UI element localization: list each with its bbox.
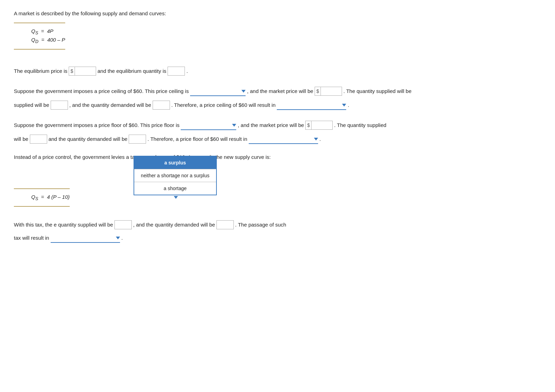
floor-section: Suppose the government imposes a price f…	[14, 120, 541, 144]
floor-text1: Suppose the government imposes a price f…	[14, 120, 179, 130]
tax-supplied-input[interactable]	[114, 220, 132, 229]
floor-dropdown1-arrow	[232, 124, 236, 127]
floor-dropdown1-wrapper	[181, 120, 236, 130]
floor-period: .	[319, 134, 321, 144]
eq-period: .	[186, 66, 188, 76]
tax-result-dropdown-wrapper	[51, 233, 120, 243]
dd-option-neither[interactable]: neither a shortage nor a surplus	[134, 169, 216, 182]
floor-text2: , and the market price will be	[238, 120, 304, 130]
tax-eq-var: QS = 4 (P – 10)	[31, 194, 70, 200]
tax-intro-text: Instead of a price control, the governme…	[14, 154, 541, 160]
floor-will-be: will be	[14, 134, 28, 144]
tax-text1: With this tax, the	[14, 220, 52, 230]
tax-text3: , and the quantity demanded will be	[133, 220, 215, 230]
ceiling-dropdown2-wrapper	[277, 100, 346, 110]
dd-option-shortage[interactable]: a shortage	[134, 182, 216, 195]
open-dropdown-arrow	[174, 196, 178, 199]
floor-row2: will be and the quantity demanded will b…	[14, 134, 541, 144]
price-input-wrapper: $	[69, 67, 96, 76]
tax-text5: tax will result in	[14, 233, 49, 243]
eq-text2: and the equilibrium quantity is	[97, 66, 166, 76]
ceiling-price-prefix: $	[315, 87, 321, 95]
intro-text: A market is described by the following s…	[14, 10, 541, 16]
floor-row1: Suppose the government imposes a price f…	[14, 120, 541, 130]
floor-demanded-input[interactable]	[129, 135, 146, 144]
floor-text3: . The quantity supplied	[334, 120, 386, 130]
floor-dropdown2-arrow	[314, 138, 318, 140]
ceiling-price-input[interactable]	[321, 87, 342, 95]
tax-intro-section: Instead of a price control, the governme…	[14, 154, 541, 160]
floor-text6: . Therefore, a price floor of $60 will r…	[147, 134, 247, 144]
equilibrium-section: The equilibrium price is $ and the equil…	[14, 66, 541, 76]
tax-text2: e quantity supplied will be	[54, 220, 113, 230]
floor-dropdown1[interactable]	[181, 121, 236, 130]
ceiling-demanded-input[interactable]	[153, 101, 170, 110]
eq1-var: QS = 4P	[31, 28, 53, 34]
floor-supplied-input[interactable]	[30, 135, 47, 144]
open-dropdown-container: a surplus neither a shortage nor a surpl…	[134, 156, 217, 199]
equation-1: QS = 4P	[31, 28, 65, 35]
tax-equation-block: QS = 4 (P – 10)	[14, 188, 70, 207]
eq2-var: QD = 400 – P	[31, 37, 65, 43]
dd-option-surplus[interactable]: a surplus	[134, 156, 216, 169]
ceiling-text6: . Therefore, a price ceiling of $60 will…	[171, 100, 276, 110]
tax-period: .	[121, 233, 123, 243]
eq-text1: The equilibrium price is	[14, 66, 67, 76]
tax-demanded-input[interactable]	[216, 220, 234, 229]
ceiling-supplied-input[interactable]	[51, 101, 68, 110]
equation-2: QD = 400 – P	[31, 37, 65, 44]
open-dropdown: a surplus neither a shortage nor a surpl…	[134, 156, 217, 195]
floor-price-prefix: $	[306, 121, 311, 129]
ceiling-text5: , and the quantity demanded will be	[69, 100, 151, 110]
equilibrium-row: The equilibrium price is $ and the equil…	[14, 66, 541, 76]
equilibrium-qty-input[interactable]	[168, 67, 185, 76]
ceiling-price-wrapper: $	[315, 87, 342, 96]
ceiling-text2: , and the market price will be	[247, 86, 313, 96]
tax-row2: tax will result in .	[14, 233, 541, 243]
equilibrium-price-input[interactable]	[75, 67, 96, 75]
tax-result-dropdown-arrow	[116, 237, 120, 239]
tax-result-section: With this tax, the e quantity supplied w…	[14, 220, 541, 243]
floor-dropdown2[interactable]	[249, 135, 318, 144]
floor-text5: and the quantity demanded will be	[49, 134, 128, 144]
ceiling-supplied-label: supplied will be	[14, 100, 49, 110]
tax-equation: QS = 4 (P – 10)	[31, 194, 70, 201]
ceiling-dropdown1[interactable]	[190, 87, 246, 96]
price-prefix: $	[69, 67, 75, 75]
ceiling-text4: supplied will be	[376, 86, 412, 96]
tax-text4: . The passage of such	[235, 220, 286, 230]
equations-block: QS = 4P QD = 400 – P	[14, 23, 65, 50]
ceiling-dropdown1-arrow	[241, 90, 246, 93]
tax-row1: With this tax, the e quantity supplied w…	[14, 220, 541, 230]
tax-result-dropdown[interactable]	[51, 234, 120, 243]
ceiling-row1: Suppose the government imposes a price c…	[14, 86, 541, 96]
floor-price-wrapper: $	[305, 121, 333, 130]
ceiling-dropdown2-arrow	[342, 104, 346, 106]
ceiling-period: .	[348, 100, 349, 110]
ceiling-row2: supplied will be , and the quantity dema…	[14, 100, 541, 110]
ceiling-text1: Suppose the government imposes a price c…	[14, 86, 189, 96]
ceiling-dropdown1-wrapper	[190, 86, 246, 96]
floor-dropdown2-wrapper	[249, 134, 318, 144]
floor-price-input[interactable]	[311, 121, 332, 129]
ceiling-text3: . The quantity	[343, 86, 375, 96]
ceiling-dropdown2[interactable]	[277, 101, 346, 110]
ceiling-section: Suppose the government imposes a price c…	[14, 86, 541, 110]
